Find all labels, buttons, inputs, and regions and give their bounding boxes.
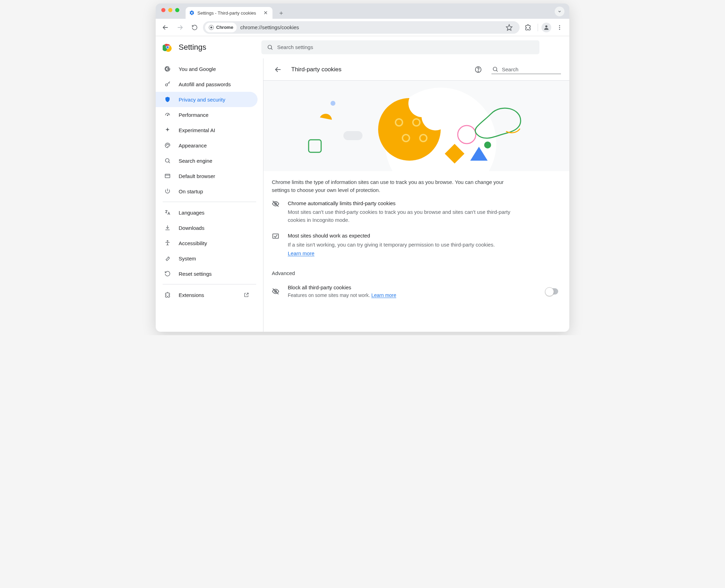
sidebar-item-label: Extensions bbox=[179, 292, 204, 298]
svg-point-40 bbox=[331, 101, 335, 106]
palette-icon bbox=[164, 142, 171, 149]
sidebar-item-search-engine[interactable]: Search engine bbox=[156, 153, 258, 168]
app-title: Settings bbox=[179, 43, 206, 52]
sidebar-item-system[interactable]: System bbox=[156, 251, 258, 266]
svg-point-20 bbox=[165, 159, 169, 162]
sidebar-item-you-and-google[interactable]: You and Google bbox=[156, 61, 258, 76]
app-header: Settings Search settings bbox=[156, 36, 569, 58]
sidebar: You and Google Autofill and passwords Pr… bbox=[156, 58, 263, 332]
app-search-placeholder: Search settings bbox=[277, 44, 313, 50]
sidebar-item-label: Performance bbox=[179, 112, 209, 118]
svg-marker-4 bbox=[506, 24, 512, 30]
browser-icon bbox=[164, 172, 171, 179]
url-text: chrome://settings/cookies bbox=[240, 24, 299, 30]
tabstrip: Settings - Third-party cookies ✕ ＋ bbox=[156, 3, 569, 19]
sidebar-item-reset[interactable]: Reset settings bbox=[156, 266, 258, 281]
reload-button[interactable] bbox=[188, 21, 201, 34]
site-chip-label: Chrome bbox=[216, 25, 233, 30]
svg-rect-45 bbox=[273, 234, 279, 239]
checkbox-checked-icon bbox=[272, 232, 280, 257]
browser-tab[interactable]: Settings - Third-party cookies ✕ bbox=[186, 7, 272, 19]
back-button[interactable] bbox=[159, 21, 172, 34]
help-button[interactable] bbox=[472, 63, 484, 76]
new-tab-button[interactable]: ＋ bbox=[276, 8, 286, 18]
bookmark-button[interactable] bbox=[506, 24, 517, 31]
learn-more-link[interactable]: Learn more bbox=[288, 249, 524, 257]
app-body: You and Google Autofill and passwords Pr… bbox=[156, 58, 569, 332]
sidebar-item-downloads[interactable]: Downloads bbox=[156, 220, 258, 235]
google-g-icon bbox=[164, 65, 171, 72]
tab-title: Settings - Third-party cookies bbox=[197, 10, 259, 16]
accessibility-icon bbox=[164, 240, 171, 247]
visibility-off-icon bbox=[272, 199, 280, 224]
sidebar-item-label: Reset settings bbox=[179, 271, 212, 277]
info-row-expected: Most sites should work as expected If a … bbox=[272, 227, 561, 260]
svg-point-29 bbox=[493, 67, 497, 71]
close-tab-button[interactable]: ✕ bbox=[262, 10, 269, 16]
sidebar-item-performance[interactable]: Performance bbox=[156, 107, 258, 122]
chrome-icon bbox=[209, 25, 214, 30]
cookies-illustration bbox=[263, 81, 569, 171]
minimize-window-button[interactable] bbox=[168, 8, 172, 12]
sidebar-item-label: Privacy and security bbox=[179, 97, 225, 103]
window-controls bbox=[159, 3, 183, 19]
svg-point-12 bbox=[268, 45, 272, 49]
sidebar-item-label: System bbox=[179, 256, 196, 261]
puzzle-icon bbox=[164, 291, 171, 298]
sidebar-item-label: Accessibility bbox=[179, 240, 207, 246]
maximize-window-button[interactable] bbox=[175, 8, 179, 12]
window: Settings - Third-party cookies ✕ ＋ Chrom… bbox=[156, 3, 569, 332]
info-row-title: Most sites should work as expected bbox=[288, 232, 524, 240]
svg-point-3 bbox=[210, 26, 212, 29]
sidebar-item-label: Appearance bbox=[179, 143, 207, 148]
site-chip[interactable]: Chrome bbox=[205, 23, 237, 32]
info-row-title: Chrome automatically limits third-party … bbox=[288, 199, 524, 207]
address-bar[interactable]: Chrome chrome://settings/cookies bbox=[203, 21, 520, 34]
content-search-placeholder: Search bbox=[502, 66, 519, 72]
search-icon bbox=[164, 157, 171, 164]
separator bbox=[538, 24, 538, 31]
sidebar-item-autofill[interactable]: Autofill and passwords bbox=[156, 76, 258, 92]
profile-button[interactable] bbox=[541, 23, 551, 32]
sidebar-item-label: You and Google bbox=[179, 66, 216, 72]
sidebar-item-appearance[interactable]: Appearance bbox=[156, 138, 258, 153]
app-search[interactable]: Search settings bbox=[261, 40, 539, 54]
close-window-button[interactable] bbox=[161, 8, 165, 12]
svg-point-28 bbox=[478, 71, 479, 71]
svg-line-21 bbox=[169, 162, 170, 163]
chrome-menu-button[interactable] bbox=[553, 21, 566, 34]
person-icon bbox=[543, 24, 549, 31]
learn-more-link[interactable]: Learn more bbox=[371, 292, 396, 298]
svg-point-18 bbox=[167, 144, 168, 145]
kebab-icon bbox=[556, 24, 563, 31]
svg-point-38 bbox=[484, 142, 491, 148]
svg-rect-42 bbox=[309, 140, 321, 152]
arrow-left-icon bbox=[274, 66, 282, 73]
block-all-title: Block all third-party cookies bbox=[288, 283, 538, 291]
sidebar-item-label: Experimental AI bbox=[179, 127, 215, 133]
extensions-button[interactable] bbox=[522, 21, 534, 34]
info-row-desc: If a site isn't working, you can try giv… bbox=[288, 241, 524, 258]
wrench-icon bbox=[164, 255, 171, 262]
sidebar-separator bbox=[163, 202, 256, 202]
search-icon bbox=[267, 44, 273, 50]
sidebar-item-default-browser[interactable]: Default browser bbox=[156, 168, 258, 184]
svg-point-25 bbox=[167, 241, 168, 242]
sidebar-item-extensions[interactable]: Extensions bbox=[156, 287, 258, 303]
key-icon bbox=[164, 81, 171, 88]
sidebar-item-on-startup[interactable]: On startup bbox=[156, 184, 258, 199]
search-icon bbox=[492, 66, 498, 72]
tabs-menu-button[interactable] bbox=[555, 7, 564, 16]
sidebar-item-accessibility[interactable]: Accessibility bbox=[156, 235, 258, 251]
intro-text: Chrome limits the type of information si… bbox=[272, 178, 522, 194]
sidebar-item-languages[interactable]: Languages bbox=[156, 205, 258, 220]
forward-button[interactable] bbox=[174, 21, 186, 34]
sidebar-item-privacy[interactable]: Privacy and security bbox=[156, 92, 258, 107]
content-search[interactable]: Search bbox=[491, 65, 561, 74]
block-all-toggle[interactable] bbox=[546, 288, 558, 295]
sidebar-item-label: Default browser bbox=[179, 173, 215, 179]
block-all-desc: Features on some sites may not work. Lea… bbox=[288, 292, 538, 299]
sidebar-item-experimental-ai[interactable]: Experimental AI bbox=[156, 122, 258, 138]
content-back-button[interactable] bbox=[272, 63, 284, 76]
speedometer-icon bbox=[164, 111, 171, 118]
